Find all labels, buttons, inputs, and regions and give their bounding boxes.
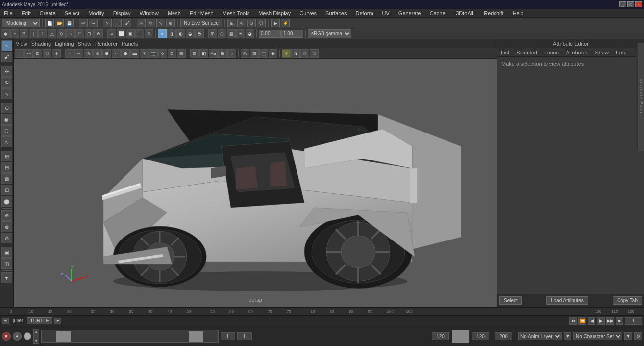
menu-cache[interactable]: Cache xyxy=(428,10,447,17)
select-tool[interactable]: ↖ xyxy=(103,19,112,27)
scale-tool[interactable]: ⤡ xyxy=(156,19,165,27)
skin-btn[interactable]: ◷ xyxy=(84,49,93,58)
scroll-up-icon[interactable]: ▲ xyxy=(35,330,38,333)
copy-tab-button[interactable]: Copy Tab xyxy=(613,296,642,305)
char-set-select[interactable]: No Character Set xyxy=(573,332,622,340)
tl-next-btn[interactable]: ► xyxy=(54,318,61,324)
snap-surface[interactable]: ⬡ xyxy=(257,19,266,27)
wireframe-btn[interactable]: ⬡ xyxy=(218,29,226,38)
menu-mesh[interactable]: Mesh xyxy=(166,10,183,17)
mode-btn2[interactable]: ◐ xyxy=(176,29,185,38)
joints-btn[interactable]: ◦ xyxy=(65,49,74,58)
track-icon-circle[interactable] xyxy=(24,332,31,340)
snap-btn5[interactable]: ○ xyxy=(66,29,75,38)
menu-create[interactable]: Create xyxy=(38,10,58,17)
vp-menu-lighting[interactable]: Lighting xyxy=(55,41,74,47)
vp-menu-view[interactable]: View xyxy=(16,41,27,47)
pb-go-start[interactable]: ⏮ xyxy=(569,317,577,325)
tool7-btn[interactable]: ⊗ xyxy=(1,221,12,232)
menu-select[interactable]: Select xyxy=(63,10,82,17)
tool4-btn[interactable]: ⊡ xyxy=(1,185,12,195)
range-end-input[interactable] xyxy=(472,332,489,340)
texture-btn[interactable]: ▦ xyxy=(227,29,236,38)
move-btn[interactable]: ✛ xyxy=(1,66,12,77)
save-scene-button[interactable]: 💾 xyxy=(65,19,74,27)
resolution-btn[interactable]: ⊟ xyxy=(190,49,199,58)
close-button[interactable]: × xyxy=(635,1,642,7)
ipr-button[interactable]: ⚡ xyxy=(281,19,290,27)
snap-btn6[interactable]: □ xyxy=(75,29,84,38)
track-icon-red[interactable]: ■ xyxy=(2,332,11,341)
xray-btn[interactable]: ⊞ xyxy=(250,49,259,58)
anim-layer-select[interactable]: No Anim Layer xyxy=(518,332,562,340)
tool5-btn[interactable]: ⬤ xyxy=(1,196,12,207)
maximize-button[interactable]: □ xyxy=(627,1,634,7)
pb-fwd-play[interactable]: ▶▶ xyxy=(606,317,614,325)
display-btn2[interactable]: ⬜ xyxy=(117,29,125,38)
shaded-btn[interactable]: ◑ xyxy=(291,49,300,58)
display-btn5[interactable]: ⊕ xyxy=(145,29,153,38)
loc-btn[interactable]: ⊹ xyxy=(158,49,167,58)
paint-btn[interactable]: 🖌 xyxy=(1,52,12,62)
sel-xray-btn[interactable]: ◉ xyxy=(269,49,277,58)
open-scene-button[interactable]: 📂 xyxy=(55,19,64,27)
tool8-btn[interactable]: ⊘ xyxy=(1,233,12,243)
wire-on-shaded-btn[interactable]: ⬡ xyxy=(300,49,309,58)
render-icon-btn[interactable]: ▣ xyxy=(1,247,12,258)
display-btn1[interactable]: ≡ xyxy=(107,29,116,38)
smooth-btn[interactable]: ◈ xyxy=(52,49,61,58)
settings-btn[interactable]: ⚙ xyxy=(634,332,642,340)
subdiv-btn[interactable]: ⬟ xyxy=(121,49,130,58)
paint-select-tool[interactable]: 🖌 xyxy=(123,19,131,27)
grid-btn[interactable]: ⊞ xyxy=(208,29,217,38)
deform-btn[interactable]: ⊛ xyxy=(93,49,102,58)
scale-btn[interactable]: ⤡ xyxy=(1,88,12,99)
tool6-btn[interactable]: ⊕ xyxy=(1,210,12,221)
menu-curves[interactable]: Curves xyxy=(297,10,319,17)
grid-disp-btn[interactable]: ⊞ xyxy=(177,49,186,58)
mode-btn3[interactable]: ◒ xyxy=(186,29,195,38)
undo-button[interactable]: ↩ xyxy=(79,19,88,27)
bounding-box-btn[interactable]: □ xyxy=(310,49,319,58)
soft-sel-btn[interactable]: ⊙ xyxy=(1,103,12,113)
new-scene-button[interactable]: 📄 xyxy=(45,19,54,27)
cameras-btn[interactable]: 📷 xyxy=(149,49,158,58)
menu-modify[interactable]: Modify xyxy=(86,10,106,17)
frame-btn[interactable]: ⊡ xyxy=(33,49,42,58)
sel-comp-btn[interactable]: ▪ xyxy=(10,29,19,38)
menu-uv[interactable]: UV xyxy=(380,10,392,17)
vp-menu-renderer[interactable]: Renderer xyxy=(95,41,118,47)
pp-btn[interactable]: ⊞ xyxy=(218,49,227,58)
lights-icon-btn[interactable]: ☀ xyxy=(140,49,149,58)
render-button[interactable]: ▶ xyxy=(271,19,280,27)
rotate-btn[interactable]: ↻ xyxy=(1,77,12,88)
aa-btn[interactable]: Aa xyxy=(209,49,218,58)
snap-btn7[interactable]: ⊡ xyxy=(85,29,94,38)
track-icon-gray[interactable]: ● xyxy=(13,332,22,341)
menu-redshift[interactable]: Redshift xyxy=(482,10,505,17)
menu-deform[interactable]: Deform xyxy=(353,10,375,17)
menu-mesh-tools[interactable]: Mesh Tools xyxy=(221,10,251,17)
snap-btn2[interactable]: ⌇ xyxy=(38,29,47,38)
sel-hier-btn[interactable]: ⊞ xyxy=(20,29,28,38)
wireframe-btn2[interactable]: ⬡ xyxy=(43,49,51,58)
tl-prev-btn[interactable]: ◄ xyxy=(2,318,9,324)
time-ruler[interactable]: 5 10 15 20 25 30 35 40 45 50 55 60 65 70… xyxy=(0,308,644,316)
snap-curve[interactable]: ∿ xyxy=(237,19,246,27)
anim-layer-btn[interactable]: ▼ xyxy=(564,332,571,340)
menu-display[interactable]: Display xyxy=(111,10,133,17)
attr-tab-selected[interactable]: Selected xyxy=(515,49,539,56)
scroll-down-icon[interactable]: ▼ xyxy=(35,339,38,343)
tool2-btn[interactable]: ⊟ xyxy=(1,162,12,173)
frame-current-input[interactable] xyxy=(237,332,252,340)
menu-surfaces[interactable]: Surfaces xyxy=(323,10,348,17)
track-scroll[interactable]: ▲ ▼ xyxy=(33,329,39,344)
sel-obj-btn[interactable]: ◆ xyxy=(1,29,10,38)
pb-back-play[interactable]: ◀ xyxy=(588,317,595,325)
active-btn[interactable]: ● xyxy=(158,29,167,38)
menu-3dtoall[interactable]: -3DtoAll- xyxy=(452,10,477,17)
display-btn4[interactable]: ⬛ xyxy=(135,29,144,38)
vp-menu-show[interactable]: Show xyxy=(78,41,92,47)
cam-btn[interactable]: 🎥 xyxy=(15,49,24,58)
lit-btn[interactable]: ☀ xyxy=(282,49,291,58)
